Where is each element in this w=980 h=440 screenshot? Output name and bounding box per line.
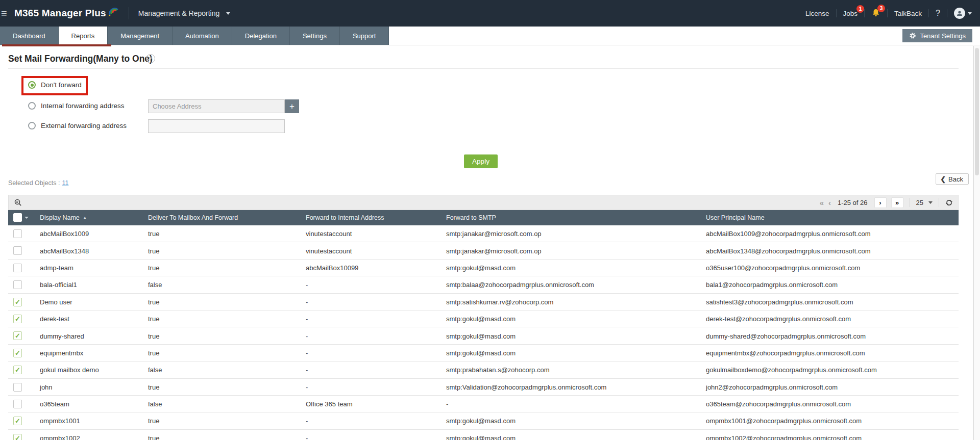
row-checkbox[interactable] <box>13 264 22 272</box>
tab-management[interactable]: Management <box>108 27 173 45</box>
table-cell: ompmbx1001@zohocorpadmgrplus.onmicrosoft… <box>706 412 862 429</box>
tab-dashboard[interactable]: Dashboard <box>0 27 59 45</box>
choose-address-input[interactable] <box>148 99 285 113</box>
table-cell: bala-official1 <box>40 276 77 293</box>
radio-button[interactable] <box>28 122 36 130</box>
row-checkbox[interactable]: ✓ <box>13 417 22 425</box>
tab-settings[interactable]: Settings <box>290 27 340 45</box>
table-cell: abcMailBox1009 <box>40 225 89 242</box>
tab-automation[interactable]: Automation <box>173 27 232 45</box>
table-cell: satishtest3@zohocorpadmgrplus.onmicrosof… <box>706 294 853 310</box>
external-address-input[interactable] <box>148 119 285 133</box>
row-checkbox[interactable] <box>13 400 22 408</box>
table-cell: equipmentmbx@zohocorpadmgrplus.onmicroso… <box>706 345 865 361</box>
table-cell: abcMailBox1009@zohocorpadmgrplus.onmicro… <box>706 225 870 242</box>
tab-delegation[interactable]: Delegation <box>232 27 290 45</box>
column-header-deliver[interactable]: Deliver To Mailbox And Forward <box>148 210 238 225</box>
jobs-link[interactable]: Jobs 1 <box>843 10 858 17</box>
scrollbar-thumb[interactable] <box>975 48 979 175</box>
table-cell: - <box>306 276 308 293</box>
apply-button[interactable]: Apply <box>464 154 498 168</box>
table-cell: derek-test@zohocorpadmgrplus.onmicrosoft… <box>706 310 851 327</box>
radio-button[interactable] <box>28 81 36 89</box>
row-checkbox[interactable] <box>13 246 22 255</box>
user-menu[interactable] <box>954 8 972 19</box>
selection-menu-caret-icon[interactable] <box>24 217 29 219</box>
search-filter-icon[interactable] <box>14 198 22 206</box>
tenant-settings-label: Tenant Settings <box>920 32 966 40</box>
option-external-forwarding[interactable]: External forwarding address <box>28 122 127 130</box>
table-cell: equipmentmbx <box>40 345 83 361</box>
header-divider <box>129 7 129 19</box>
column-header-internal[interactable]: Forward to Internal Address <box>306 210 384 225</box>
table-cell: smtp:gokul@masd.com <box>446 260 516 276</box>
table-cell: o365team <box>40 396 69 412</box>
table-cell: abcMailBox1348 <box>40 242 89 259</box>
table-cell: ompmbx1002@zohocorpadmgrplus.onmicrosoft… <box>706 430 862 440</box>
talkback-link[interactable]: TalkBack <box>894 10 922 17</box>
refresh-button[interactable] <box>945 199 953 206</box>
table-cell: smtp:satishkumar.rv@zohocorp.com <box>446 294 553 310</box>
add-address-button[interactable]: + <box>285 99 299 113</box>
table-cell: smtp:janakar@microsoft.com.op <box>446 225 542 242</box>
option-dont-forward[interactable]: Don't forward <box>28 81 82 89</box>
chevron-down-icon <box>928 201 933 204</box>
column-header-upn[interactable]: User Principal Name <box>706 210 765 225</box>
table-cell: false <box>148 396 162 412</box>
next-page-button[interactable]: › <box>874 197 887 208</box>
tab-support[interactable]: Support <box>340 27 389 45</box>
row-checkbox[interactable] <box>13 229 22 238</box>
page-title: Set Mail Forwarding(Many to One) <box>8 54 153 64</box>
table-row: ✓ompmbx1001true-smtp:gokul@masd.comompmb… <box>8 412 959 429</box>
table-cell: Office 365 team <box>306 396 353 412</box>
row-checkbox[interactable]: ✓ <box>13 349 22 357</box>
back-label: Back <box>948 175 963 183</box>
table-cell: true <box>148 345 159 361</box>
app-header: ≡ M365 Manager Plus Management & Reporti… <box>0 0 980 27</box>
row-checkbox[interactable]: ✓ <box>13 315 22 323</box>
table-cell: true <box>148 242 159 259</box>
row-checkbox[interactable]: ✓ <box>13 366 22 374</box>
tenant-settings-button[interactable]: Tenant Settings <box>902 29 972 42</box>
first-page-button[interactable]: « <box>820 198 824 207</box>
selected-objects-label: Selected Objects : <box>8 179 60 187</box>
prev-page-button[interactable]: ‹ <box>828 198 831 207</box>
refresh-icon <box>945 199 953 206</box>
row-checkbox[interactable]: ✓ <box>13 434 22 440</box>
row-checkbox[interactable] <box>13 280 22 289</box>
table-cell: vinutestaccount <box>306 242 352 259</box>
table-cell: dummy-shared@zohocorpadmgrplus.onmicroso… <box>706 327 866 344</box>
app-logo[interactable]: M365 Manager Plus <box>14 8 119 19</box>
license-link[interactable]: License <box>805 10 829 17</box>
page-help-icon[interactable]: ? <box>146 54 155 63</box>
table-row: ✓Demo usertrue-smtp:satishkumar.rv@zohoc… <box>8 294 959 310</box>
page-size-select[interactable]: 25 <box>916 199 933 206</box>
table-cell: smtp:gokul@masd.com <box>446 310 516 327</box>
last-page-button[interactable]: » <box>891 197 903 208</box>
table-cell: - <box>306 327 308 344</box>
hamburger-menu-icon[interactable]: ≡ <box>1 8 8 19</box>
table-cell: true <box>148 412 159 429</box>
table-cell: o365user100@zohocorpadmgrplus.onmicrosof… <box>706 260 860 276</box>
select-all-checkbox[interactable] <box>13 213 22 222</box>
table-cell: smtp:gokul@masd.com <box>446 345 516 361</box>
tab-reports[interactable]: Reports <box>59 27 108 45</box>
radio-button[interactable] <box>28 102 36 110</box>
module-menu[interactable]: Management & Reporting <box>138 9 231 17</box>
row-checkbox[interactable]: ✓ <box>13 298 22 306</box>
help-icon[interactable]: ? <box>936 9 940 18</box>
table-cell: - <box>306 310 308 327</box>
column-header-display-name[interactable]: Display Name ▲ <box>40 210 87 225</box>
module-menu-label: Management & Reporting <box>138 9 220 17</box>
back-button[interactable]: ❮ Back <box>936 173 969 185</box>
row-checkbox[interactable]: ✓ <box>13 331 22 340</box>
row-checkbox[interactable] <box>13 383 22 392</box>
column-header-smtp[interactable]: Forward to SMTP <box>446 210 496 225</box>
selected-objects-count-link[interactable]: 11 <box>62 179 68 187</box>
selected-objects: Selected Objects :11 <box>8 179 68 187</box>
table-cell: Demo user <box>40 294 72 310</box>
option-internal-forwarding[interactable]: Internal forwarding address <box>28 102 125 110</box>
notifications-button[interactable]: 3 <box>871 9 880 18</box>
gear-icon <box>909 32 916 39</box>
vertical-scrollbar[interactable] <box>973 46 980 440</box>
